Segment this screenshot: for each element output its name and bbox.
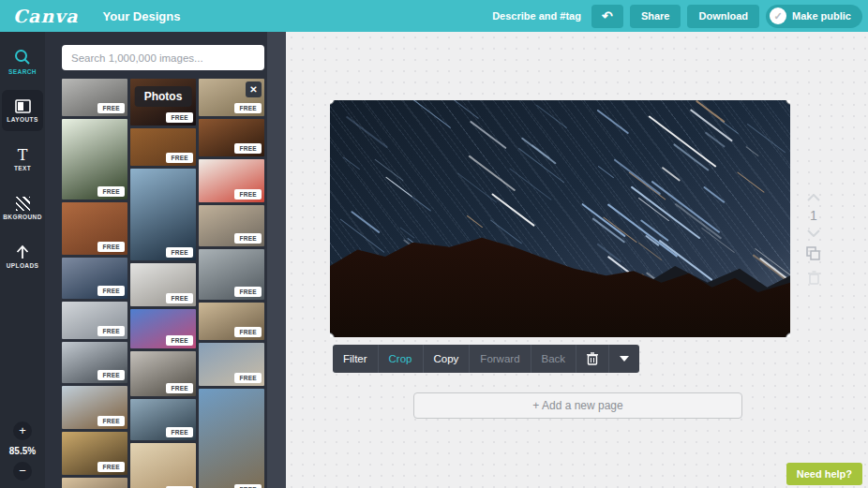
need-help-button[interactable]: Need help?	[786, 463, 862, 485]
thumbnail-graffiti-wall[interactable]: FREE	[130, 309, 196, 348]
thumbnail-writing-hand[interactable]: FREE	[199, 343, 264, 386]
image-toolbar: FilterCropCopyForwardBack	[333, 345, 639, 373]
zoom-level: 85.5%	[9, 446, 36, 456]
free-badge: FREE	[234, 103, 262, 113]
thumbnail-foggy-mountains[interactable]: FREE	[62, 342, 127, 383]
undo-button[interactable]: ↶	[591, 5, 623, 28]
sidebar-item-label: UPLOADS	[7, 262, 39, 269]
photos-category-label: Photos	[135, 86, 192, 107]
toolbar-filter-button[interactable]: Filter	[333, 345, 379, 373]
toolbar-forward-button[interactable]: Forward	[470, 345, 531, 373]
thumbnail-strawberry-bowl[interactable]: FREE	[199, 159, 264, 202]
make-public-toggle[interactable]: ✓ Make public	[766, 5, 862, 28]
thumbnail-photos-category-cover[interactable]: FREEPhotos	[130, 79, 196, 126]
download-button[interactable]: Download	[687, 5, 759, 28]
thumbnail-airfield-runway[interactable]: FREE	[199, 249, 264, 300]
free-badge: FREE	[234, 189, 262, 200]
share-button[interactable]: Share	[630, 5, 681, 28]
thumbnail-waterfall-rocks[interactable]: FREE	[130, 351, 196, 396]
thumbnail-brick-wall[interactable]: FREE	[62, 202, 127, 255]
chevron-down-icon	[620, 356, 629, 362]
free-badge: FREE	[166, 427, 193, 437]
free-badge: FREE	[97, 186, 125, 197]
thumbnail-office-desk[interactable]: FREE	[130, 263, 196, 306]
duplicate-page-icon[interactable]	[806, 246, 821, 261]
thumbnail-lifeguard-hut[interactable]: FREE	[130, 443, 196, 488]
sidebar-item-bkground[interactable]: BKGROUND	[2, 187, 43, 229]
zoom-controls: + 85.5% −	[0, 421, 45, 481]
free-badge: FREE	[234, 143, 262, 154]
zoom-out-button[interactable]: −	[13, 462, 32, 481]
delete-page-icon[interactable]	[808, 271, 820, 285]
free-badge: FREE	[166, 153, 193, 163]
thumbnail-dry-branches[interactable]: FREE	[199, 205, 264, 246]
thumbnail-ocean-horizon-person[interactable]: FREE	[130, 169, 196, 260]
add-page-button[interactable]: + Add a new page	[413, 392, 742, 419]
toolbar-back-button[interactable]: Back	[531, 345, 577, 373]
free-badge: FREE	[97, 416, 125, 426]
thumbnail-sunlit-grass[interactable]: FREE	[62, 432, 127, 475]
image-results-grid: FREEFREEFREEFREEFREEFREEFREEFREEFREEFREE…	[62, 79, 264, 488]
close-icon[interactable]: ✕	[246, 81, 262, 97]
thumbnail-fog-clouds[interactable]: FREE	[62, 302, 127, 339]
thumbnail-dog-walk[interactable]: FREE✕	[199, 79, 264, 116]
free-badge: FREE	[97, 103, 125, 113]
toolbar-crop-button[interactable]: Crop	[379, 345, 424, 373]
move-page-down-icon[interactable]	[807, 229, 820, 237]
sidebar-item-label: LAYOUTS	[7, 116, 37, 123]
free-badge: FREE	[166, 383, 193, 393]
thumbnail-pier-sunset-jump[interactable]: FREE	[62, 478, 127, 488]
sidebar-item-label: SEARCH	[8, 68, 37, 75]
toolbar-copy-button[interactable]: Copy	[424, 345, 471, 373]
zoom-in-button[interactable]: +	[13, 421, 32, 440]
sidebar-item-uploads[interactable]: UPLOADS	[2, 236, 43, 277]
thumbnail-phone-on-wood[interactable]: FREE	[130, 128, 196, 166]
thumbnail-sunlit-forest[interactable]: FREE	[62, 119, 127, 200]
page-controls: 1	[801, 189, 827, 289]
sidebar-item-label: TEXT	[14, 165, 31, 171]
top-bar: Canva Your Designs Describe and #tag ↶ S…	[0, 0, 868, 32]
thumbnail-beach-fence[interactable]: FREE	[199, 303, 264, 340]
toolbar-more-button[interactable]	[609, 345, 639, 373]
move-page-up-icon[interactable]	[807, 194, 820, 201]
free-badge: FREE	[97, 286, 125, 296]
sidebar-item-text[interactable]: TTEXT	[2, 139, 43, 180]
selected-star-trails-image[interactable]	[330, 100, 790, 337]
image-search-panel: FREEFREEFREEFREEFREEFREEFREEFREEFREEFREE…	[45, 32, 286, 488]
text-icon: T	[18, 148, 28, 162]
sidebar-item-search[interactable]: SEARCH	[2, 41, 43, 82]
free-badge: FREE	[166, 247, 193, 258]
thumbnail-lake-at-dusk[interactable]: FREE	[62, 258, 127, 299]
canva-logo[interactable]: Canva	[13, 6, 79, 26]
free-badge: FREE	[97, 326, 125, 336]
header-actions: Describe and #tag ↶ Share Download ✓ Mak…	[492, 0, 862, 32]
grid-column: FREEPhotosFREEFREEFREEFREEFREEFREEFREE	[130, 79, 196, 488]
sidebar-item-layouts[interactable]: LAYOUTS	[2, 90, 43, 131]
background-icon	[16, 197, 30, 211]
grid-column: FREE✕FREEFREEFREEFREEFREEFREEFREE	[199, 79, 264, 488]
your-designs-link[interactable]: Your Designs	[103, 9, 181, 23]
trash-icon	[587, 352, 598, 365]
toolbar-delete-button[interactable]	[576, 345, 609, 373]
sidebar-item-label: BKGROUND	[3, 214, 41, 220]
free-badge: FREE	[166, 335, 193, 346]
search-input[interactable]	[62, 45, 264, 70]
thumbnail-brick-arches[interactable]: FREE	[199, 119, 264, 156]
layouts-icon	[15, 99, 31, 113]
free-badge: FREE	[234, 287, 262, 297]
thumbnail-wave-on-rock[interactable]: FREE	[130, 399, 196, 440]
free-badge: FREE	[97, 370, 125, 380]
check-icon: ✓	[770, 7, 786, 24]
tool-sidebar: SEARCHLAYOUTSTTEXTBKGROUNDUPLOADS + 85.5…	[0, 32, 45, 488]
free-badge: FREE	[234, 233, 262, 244]
panel-scrollbar[interactable]	[267, 32, 286, 488]
thumbnail-railway-crossing[interactable]: FREE	[62, 79, 127, 116]
thumbnail-coastal-cliff[interactable]: FREE	[199, 389, 264, 488]
describe-tag-field[interactable]: Describe and #tag	[492, 10, 581, 22]
free-badge: FREE	[166, 112, 193, 123]
thumbnail-mountain-ridge[interactable]: FREE	[62, 386, 127, 429]
search-icon	[14, 49, 31, 66]
canva-editor: Canva Your Designs Describe and #tag ↶ S…	[0, 0, 868, 488]
page-number: 1	[810, 208, 817, 223]
design-canvas[interactable]: FilterCropCopyForwardBack + Add a new pa…	[286, 32, 868, 488]
